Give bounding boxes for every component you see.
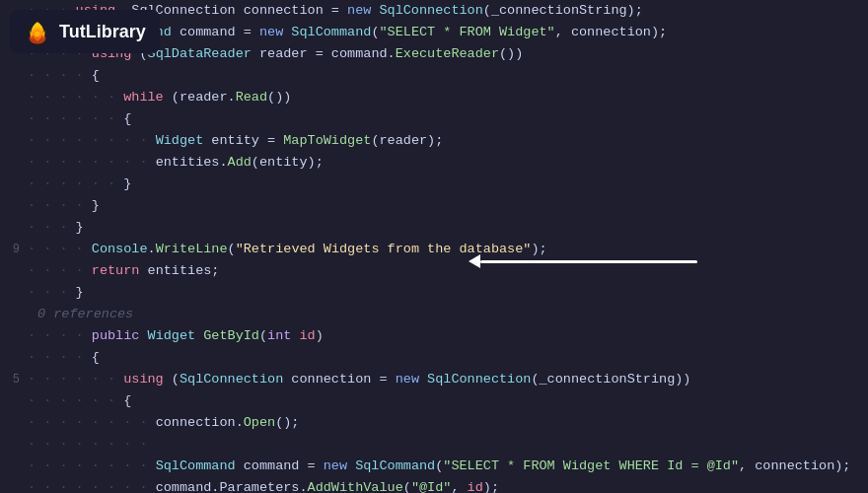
code-token: return: [92, 263, 148, 278]
code-token: }: [92, 198, 100, 213]
code-token: SqlCommand: [355, 458, 435, 473]
code-token: (_connectionString)): [531, 372, 690, 387]
code-token: .: [148, 242, 156, 256]
code-content: }: [76, 217, 868, 239]
code-token: command.Parameters.: [156, 480, 308, 493]
svg-point-1: [35, 32, 40, 37]
code-token: {: [123, 111, 131, 126]
code-line: · · · · · · }: [0, 174, 868, 195]
code-token: Widget: [148, 328, 204, 343]
code-token: using: [123, 372, 172, 387]
line-indent-dots: · · · · · · · ·: [28, 152, 156, 174]
code-line: · · · · }: [0, 195, 868, 217]
code-content: Console.WriteLine("Retrieved Widgets fro…: [92, 239, 868, 260]
code-token: GetById: [203, 328, 259, 343]
code-token: "SELECT * FROM Widget WHERE Id = @Id": [443, 458, 739, 473]
code-token: entity =: [203, 133, 283, 148]
logo-text: TutLibrary: [59, 22, 146, 42]
code-token: id: [299, 328, 315, 343]
code-token: ): [316, 328, 324, 343]
line-indent-dots: · · · · · ·: [28, 108, 123, 130]
code-line: · · · · · · · · command.Parameters.AddWi…: [0, 477, 868, 493]
code-token: connection =: [283, 372, 395, 387]
code-token: SqlConnection: [180, 372, 283, 387]
code-token: SqlCommand: [156, 458, 236, 473]
code-token: (: [259, 328, 267, 343]
code-line: · · · · · · · · Widget entity = MapToWid…: [0, 130, 868, 152]
code-token: entities;: [148, 263, 220, 278]
code-token: SqlDataReader: [148, 46, 252, 61]
code-token: (: [172, 372, 180, 387]
code-token: ExecuteReader: [396, 46, 499, 61]
code-token: {: [92, 68, 100, 83]
code-token: "@Id": [411, 480, 452, 493]
line-indent-dots: · · · · · · · ·: [28, 456, 156, 477]
code-token: "Retrieved Widgets from the database": [236, 242, 532, 256]
code-line: · · · }: [0, 217, 868, 239]
line-indent-dots: · · · · · ·: [28, 390, 123, 412]
code-line: · · · · {: [0, 65, 868, 87]
code-token: entities.: [156, 155, 228, 170]
code-content: }: [76, 282, 868, 304]
code-line: 0 references: [0, 304, 868, 325]
line-indent-dots: · · · · · ·: [28, 174, 123, 195]
code-content: {: [92, 65, 868, 87]
code-content: {: [123, 390, 868, 412]
code-token: connection.: [156, 415, 244, 430]
line-indent-dots: · · · · · · · ·: [28, 434, 156, 456]
code-token: (entity);: [252, 155, 324, 170]
code-content: {: [92, 347, 868, 369]
code-token: Console: [92, 242, 148, 256]
code-editor: · · · using SqlConnection connection = n…: [0, 0, 868, 493]
code-token: (: [228, 242, 236, 256]
code-token: Widget: [156, 133, 204, 148]
code-line: · · · · {: [0, 347, 868, 369]
code-content: entities.Add(entity);: [156, 152, 868, 174]
code-token: );: [483, 480, 499, 493]
code-token: Read: [236, 90, 267, 105]
code-token: , connection);: [739, 458, 850, 473]
code-line: · · · · · · {: [0, 390, 868, 412]
code-content: using (SqlConnection connection = new Sq…: [123, 369, 868, 390]
line-indent-dots: · · ·: [28, 282, 76, 304]
code-line: · · · }: [0, 282, 868, 304]
code-token: int: [267, 328, 299, 343]
logo: TutLibrary: [10, 10, 160, 53]
code-token: command =: [172, 25, 259, 39]
code-token: SqlCommand: [291, 25, 371, 39]
code-content: return entities;: [92, 260, 868, 282]
line-indent-dots: · · · · · · · ·: [28, 130, 156, 152]
code-token: new: [347, 3, 379, 18]
line-indent-dots: · · · ·: [28, 347, 92, 369]
code-token: }: [123, 176, 131, 191]
code-content: 0 references: [37, 304, 868, 325]
code-token: ();: [275, 415, 299, 430]
line-indent-dots: · · · ·: [28, 65, 92, 87]
code-token: {: [92, 350, 100, 365]
code-content: connection.Open();: [156, 412, 868, 434]
line-indent-dots: · · ·: [28, 217, 76, 239]
code-line: · · · · return entities;: [0, 260, 868, 282]
line-indent-dots: · · · · · · · ·: [28, 477, 156, 493]
code-token: );: [531, 242, 546, 256]
code-line: · · · · · · · · SqlCommand command = new…: [0, 456, 868, 477]
line-number: 9: [0, 239, 28, 260]
code-content: Widget entity = MapToWidget(reader);: [156, 130, 868, 152]
code-token: new: [259, 25, 291, 39]
code-token: (_connectionString);: [483, 3, 643, 18]
code-token: Add: [228, 155, 252, 170]
line-indent-dots: · · · · · · · ·: [28, 412, 156, 434]
code-token: new: [396, 372, 427, 387]
line-indent-dots: · · · · · ·: [28, 87, 123, 108]
code-content: using SqlConnection connection = new Sql…: [76, 0, 868, 22]
code-token: ,: [451, 480, 467, 493]
code-token: }: [76, 220, 84, 235]
code-token: new: [324, 458, 355, 473]
code-line: 5· · · · · · using (SqlConnection connec…: [0, 369, 868, 390]
code-token: (: [403, 480, 411, 493]
code-token: SqlConnection: [427, 372, 531, 387]
code-line: · · · · · · {: [0, 108, 868, 130]
code-token: }: [76, 285, 84, 300]
code-content: }: [92, 195, 868, 217]
code-token: (reader.: [172, 90, 236, 105]
